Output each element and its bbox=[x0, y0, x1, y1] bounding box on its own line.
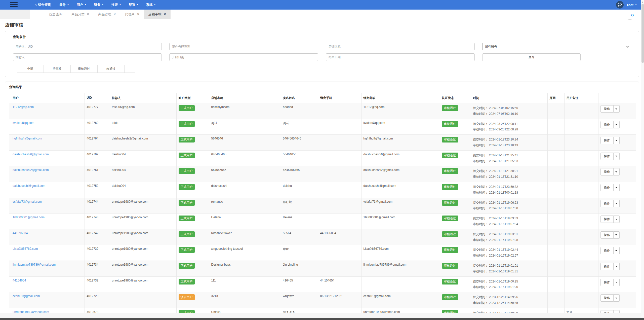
user-link[interactable]: kvalen@qq.com bbox=[13, 121, 34, 125]
nav-item-report[interactable]: 报表▾ bbox=[107, 0, 125, 10]
cell-user: 44154654 bbox=[9, 276, 85, 292]
user-link[interactable]: 441396034 bbox=[13, 231, 28, 235]
action-dropdown-button[interactable] bbox=[614, 294, 620, 302]
user-link[interactable]: hgfhfhgfh@gmail.com bbox=[13, 137, 42, 140]
shop-name-input[interactable] bbox=[326, 43, 475, 50]
action-button[interactable]: 操作 bbox=[600, 105, 614, 113]
action-button[interactable]: 操作 bbox=[600, 279, 614, 286]
action-dropdown-button[interactable] bbox=[614, 121, 620, 128]
action-button[interactable]: 操作 bbox=[600, 153, 614, 160]
action-dropdown-button[interactable] bbox=[614, 105, 620, 113]
tab-product-category[interactable]: 商品分类✕ bbox=[67, 10, 94, 19]
action-dropdown-button[interactable] bbox=[614, 216, 620, 223]
id-card-input[interactable] bbox=[169, 43, 318, 50]
user-link[interactable]: daishuceshi@gmail.com bbox=[13, 184, 45, 188]
action-button[interactable]: 操作 bbox=[600, 137, 614, 144]
nav-item-overview[interactable]: ⌂综合查询 bbox=[31, 0, 55, 10]
nav-item-config[interactable]: 配置▾ bbox=[125, 0, 142, 10]
refresh-icon[interactable]: ↻ bbox=[631, 13, 634, 18]
action-dropdown-button[interactable] bbox=[614, 168, 620, 175]
scrollbar-up-arrow-icon[interactable]: ▲ bbox=[641, 0, 644, 4]
tab-shop-audit[interactable]: 店铺审核✕ bbox=[144, 10, 171, 19]
cell-reason bbox=[547, 135, 564, 151]
action-dropdown-button[interactable] bbox=[614, 279, 620, 286]
account-type-selected-value: 所有账号 bbox=[485, 45, 497, 49]
user-link[interactable]: daishucheshi2@gmail.com bbox=[13, 168, 49, 172]
referrer-input[interactable] bbox=[13, 53, 162, 61]
start-date-input[interactable] bbox=[169, 53, 318, 61]
action-dropdown-button[interactable] bbox=[614, 247, 620, 254]
cell-shop-name: Designer bags bbox=[209, 261, 281, 276]
action-dropdown-button[interactable] bbox=[614, 153, 620, 160]
action-button[interactable]: 操作 bbox=[600, 294, 614, 302]
user-link[interactable]: ceshi01@gmail.com bbox=[13, 294, 40, 298]
action-button[interactable]: 操作 bbox=[600, 231, 614, 239]
status-filter-tabs: 全部待审核审核通过未通过 bbox=[17, 65, 135, 73]
account-type-badge: 演示用户 bbox=[179, 294, 195, 300]
user-link[interactable]: 11212@qq.com bbox=[13, 105, 34, 109]
cell-status: 审核通过 bbox=[440, 214, 471, 229]
username-uid-input[interactable] bbox=[13, 43, 162, 50]
action-button[interactable]: 操作 bbox=[600, 247, 614, 254]
user-link[interactable]: daishucheshi6@gmail.com bbox=[13, 153, 49, 156]
action-button[interactable]: 操作 bbox=[600, 263, 614, 270]
cell-referrer: unrotope1980@yahoo.com bbox=[110, 214, 176, 229]
hamburger-menu-icon[interactable] bbox=[10, 2, 18, 7]
tab-label: 商品管理 bbox=[98, 10, 111, 19]
table-row: kvalen@qq.com4012769taida正式用户测试测试kvalen@… bbox=[9, 119, 636, 135]
chevron-down-icon: ▾ bbox=[154, 4, 155, 6]
cell-uid: 4012761 bbox=[85, 166, 110, 182]
cell-actions: 操作 bbox=[598, 276, 636, 292]
cell-real-name: 那好烦 bbox=[281, 198, 318, 214]
action-button[interactable]: 操作 bbox=[600, 121, 614, 128]
review-time: 审核时间： 2024-01-16T19:07:34 bbox=[473, 221, 545, 227]
nav-item-user[interactable]: 用户▾ bbox=[72, 0, 90, 10]
vertical-scrollbar[interactable]: ▲ bbox=[641, 0, 644, 318]
close-icon[interactable]: ✕ bbox=[137, 10, 139, 19]
submit-time: 提交时间： 2024-01-16T19:06:23 bbox=[473, 200, 545, 206]
nav-item-business[interactable]: 业务▾ bbox=[55, 0, 72, 10]
action-dropdown-button[interactable] bbox=[614, 137, 620, 144]
cell-shop-name: 5646546 bbox=[209, 135, 281, 151]
user-link[interactable]: linmiaomiao789789@gmail.com bbox=[13, 263, 56, 266]
user-link[interactable]: 168000001@gmail.com bbox=[13, 216, 45, 219]
action-button-group: 操作 bbox=[600, 168, 620, 175]
account-type-select[interactable]: 所有账号 bbox=[482, 43, 631, 50]
cell-reason bbox=[547, 261, 564, 276]
action-dropdown-button[interactable] bbox=[614, 231, 620, 239]
filter-tab-2[interactable]: 审核通过 bbox=[71, 65, 98, 73]
cell-account-type: 正式用户 bbox=[176, 150, 209, 166]
end-date-input[interactable] bbox=[326, 53, 475, 61]
close-icon[interactable]: ✕ bbox=[113, 10, 116, 19]
cell-user: kvalen@qq.com bbox=[9, 119, 85, 135]
nav-item-system[interactable]: 系统▾ bbox=[142, 0, 159, 10]
user-link[interactable]: Lisa@856789.com bbox=[13, 247, 38, 251]
user-menu[interactable]: root ▾ bbox=[627, 3, 636, 7]
cell-shop-name: 111 bbox=[209, 276, 281, 292]
action-dropdown-button[interactable] bbox=[614, 263, 620, 270]
action-button[interactable]: 操作 bbox=[600, 200, 614, 207]
account-type-badge: 正式用户 bbox=[179, 247, 195, 253]
action-dropdown-button[interactable] bbox=[614, 200, 620, 207]
close-icon[interactable]: ✕ bbox=[164, 10, 166, 19]
action-button[interactable]: 操作 bbox=[600, 168, 614, 175]
user-link[interactable]: vsfafaf73@gmail.com bbox=[13, 200, 42, 203]
search-button[interactable]: 查询 bbox=[482, 53, 581, 61]
cell-uid: 4012769 bbox=[85, 119, 110, 135]
tab-agent[interactable]: 代理商✕ bbox=[120, 10, 144, 19]
tab-product-manage[interactable]: 商品管理✕ bbox=[94, 10, 120, 19]
messages-button[interactable] bbox=[616, 1, 624, 9]
chevron-down-icon bbox=[615, 234, 617, 235]
filter-tab-0[interactable]: 全部 bbox=[17, 65, 44, 73]
close-icon[interactable]: ✕ bbox=[87, 10, 89, 19]
scrollbar-thumb[interactable] bbox=[641, 4, 644, 63]
filter-tab-3[interactable]: 未通过 bbox=[98, 65, 125, 73]
nav-item-finance[interactable]: 财务▾ bbox=[90, 0, 107, 10]
tab-overview[interactable]: 综合查询 bbox=[45, 10, 67, 19]
filter-tab-1[interactable]: 待审核 bbox=[44, 65, 71, 73]
action-button-group: 操作 bbox=[600, 153, 620, 160]
action-dropdown-button[interactable] bbox=[614, 184, 620, 191]
action-button[interactable]: 操作 bbox=[600, 184, 614, 191]
user-link[interactable]: 44154654 bbox=[13, 279, 26, 282]
action-button[interactable]: 操作 bbox=[600, 216, 614, 223]
